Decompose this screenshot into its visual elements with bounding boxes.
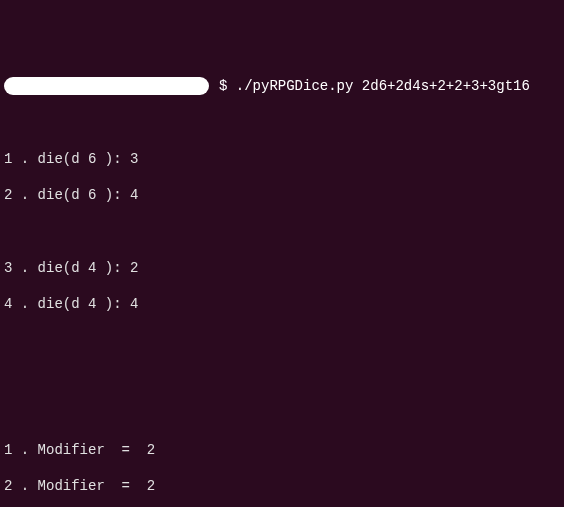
die-value: 4 (130, 296, 138, 312)
command-text: ./pyRPGDice.py 2d6+2d4s+2+2+3+3gt16 (227, 77, 529, 95)
blank-line (4, 368, 560, 386)
modifier-line: 1 . Modifier = 2 (4, 441, 560, 459)
mod-label: Modifier = (38, 478, 147, 494)
mod-index: 2 . (4, 478, 38, 494)
die-index: 2 . (4, 187, 38, 203)
die-label: die(d 6 ): (38, 151, 130, 167)
die-roll-line: 1 . die(d 6 ): 3 (4, 150, 560, 168)
mod-value: 2 (147, 442, 155, 458)
blank-line (4, 113, 560, 131)
prompt-line-1: $ ./pyRPGDice.py 2d6+2d4s+2+2+3+3gt16 (4, 77, 560, 95)
mod-index: 1 . (4, 442, 38, 458)
die-index: 1 . (4, 151, 38, 167)
die-label: die(d 4 ): (38, 260, 130, 276)
die-index: 4 . (4, 296, 38, 312)
modifier-line: 2 . Modifier = 2 (4, 477, 560, 495)
mod-value: 2 (147, 478, 155, 494)
die-value: 3 (130, 151, 138, 167)
die-value: 2 (130, 260, 138, 276)
mod-label: Modifier = (38, 442, 147, 458)
redacted-user-host (4, 77, 209, 95)
blank-line (4, 331, 560, 349)
blank-line (4, 222, 560, 240)
die-index: 3 . (4, 260, 38, 276)
blank-line (4, 404, 560, 422)
prompt-symbol: $ (219, 77, 227, 95)
die-roll-line: 3 . die(d 4 ): 2 (4, 259, 560, 277)
die-value: 4 (130, 187, 138, 203)
die-roll-line: 4 . die(d 4 ): 4 (4, 295, 560, 313)
die-label: die(d 4 ): (38, 296, 130, 312)
die-roll-line: 2 . die(d 6 ): 4 (4, 186, 560, 204)
die-label: die(d 6 ): (38, 187, 130, 203)
